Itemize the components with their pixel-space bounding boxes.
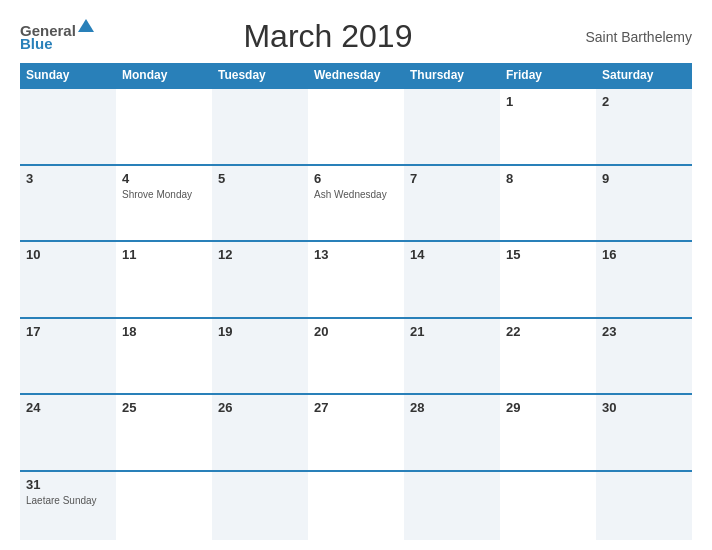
cell-date: 18: [122, 324, 206, 339]
cell-date: 25: [122, 400, 206, 415]
cell-date: 1: [506, 94, 590, 109]
week-row-5: 31Laetare Sunday: [20, 470, 692, 540]
cell-2-3: 13: [308, 242, 404, 317]
cell-0-2: [212, 89, 308, 164]
week-row-4: 24252627282930: [20, 393, 692, 470]
cell-5-5: [500, 472, 596, 540]
calendar-page: General Blue March 2019 Saint Barthelemy…: [0, 0, 712, 550]
cell-0-5: 1: [500, 89, 596, 164]
cell-3-3: 20: [308, 319, 404, 394]
cell-0-0: [20, 89, 116, 164]
calendar-title: March 2019: [94, 18, 562, 55]
cell-date: 6: [314, 171, 398, 186]
cell-4-6: 30: [596, 395, 692, 470]
cell-5-3: [308, 472, 404, 540]
cell-event: Ash Wednesday: [314, 188, 398, 201]
cell-3-4: 21: [404, 319, 500, 394]
cell-date: 2: [602, 94, 686, 109]
cell-4-5: 29: [500, 395, 596, 470]
cell-3-0: 17: [20, 319, 116, 394]
cell-1-4: 7: [404, 166, 500, 241]
cell-3-6: 23: [596, 319, 692, 394]
cell-date: 4: [122, 171, 206, 186]
cell-date: 19: [218, 324, 302, 339]
cell-event: Shrove Monday: [122, 188, 206, 201]
cell-date: 26: [218, 400, 302, 415]
cell-date: 29: [506, 400, 590, 415]
logo: General Blue: [20, 23, 94, 51]
cell-1-0: 3: [20, 166, 116, 241]
cell-date: 11: [122, 247, 206, 262]
cell-5-2: [212, 472, 308, 540]
logo-triangle-icon: [78, 19, 94, 32]
header-friday: Friday: [500, 63, 596, 87]
header-monday: Monday: [116, 63, 212, 87]
cell-2-0: 10: [20, 242, 116, 317]
region-label: Saint Barthelemy: [562, 29, 692, 45]
cell-date: 24: [26, 400, 110, 415]
week-row-1: 34Shrove Monday56Ash Wednesday789: [20, 164, 692, 241]
header-wednesday: Wednesday: [308, 63, 404, 87]
logo-blue-text: Blue: [20, 36, 53, 51]
cell-2-5: 15: [500, 242, 596, 317]
cell-date: 9: [602, 171, 686, 186]
cell-5-0: 31Laetare Sunday: [20, 472, 116, 540]
cell-2-2: 12: [212, 242, 308, 317]
cell-date: 20: [314, 324, 398, 339]
cell-1-5: 8: [500, 166, 596, 241]
calendar-header-row: Sunday Monday Tuesday Wednesday Thursday…: [20, 63, 692, 87]
cell-0-6: 2: [596, 89, 692, 164]
cell-4-2: 26: [212, 395, 308, 470]
cell-2-4: 14: [404, 242, 500, 317]
cell-date: 3: [26, 171, 110, 186]
calendar-body: 1234Shrove Monday56Ash Wednesday78910111…: [20, 87, 692, 540]
cell-3-1: 18: [116, 319, 212, 394]
header-saturday: Saturday: [596, 63, 692, 87]
cell-5-6: [596, 472, 692, 540]
week-row-2: 10111213141516: [20, 240, 692, 317]
cell-date: 13: [314, 247, 398, 262]
cell-0-3: [308, 89, 404, 164]
cell-date: 28: [410, 400, 494, 415]
cell-1-6: 9: [596, 166, 692, 241]
cell-date: 16: [602, 247, 686, 262]
cell-1-2: 5: [212, 166, 308, 241]
cell-4-0: 24: [20, 395, 116, 470]
cell-date: 27: [314, 400, 398, 415]
cell-0-4: [404, 89, 500, 164]
cell-4-1: 25: [116, 395, 212, 470]
cell-date: 10: [26, 247, 110, 262]
cell-4-3: 27: [308, 395, 404, 470]
cell-2-1: 11: [116, 242, 212, 317]
cell-5-1: [116, 472, 212, 540]
cell-date: 30: [602, 400, 686, 415]
cell-date: 15: [506, 247, 590, 262]
cell-date: 8: [506, 171, 590, 186]
cell-0-1: [116, 89, 212, 164]
week-row-3: 17181920212223: [20, 317, 692, 394]
header-tuesday: Tuesday: [212, 63, 308, 87]
cell-1-3: 6Ash Wednesday: [308, 166, 404, 241]
header-sunday: Sunday: [20, 63, 116, 87]
header: General Blue March 2019 Saint Barthelemy: [20, 18, 692, 55]
cell-date: 17: [26, 324, 110, 339]
cell-date: 23: [602, 324, 686, 339]
cell-5-4: [404, 472, 500, 540]
cell-3-2: 19: [212, 319, 308, 394]
cell-1-1: 4Shrove Monday: [116, 166, 212, 241]
cell-date: 5: [218, 171, 302, 186]
cell-event: Laetare Sunday: [26, 494, 110, 507]
header-thursday: Thursday: [404, 63, 500, 87]
cell-date: 31: [26, 477, 110, 492]
cell-date: 21: [410, 324, 494, 339]
calendar: Sunday Monday Tuesday Wednesday Thursday…: [20, 63, 692, 540]
cell-2-6: 16: [596, 242, 692, 317]
cell-4-4: 28: [404, 395, 500, 470]
cell-date: 7: [410, 171, 494, 186]
week-row-0: 12: [20, 87, 692, 164]
cell-date: 14: [410, 247, 494, 262]
cell-date: 12: [218, 247, 302, 262]
cell-date: 22: [506, 324, 590, 339]
cell-3-5: 22: [500, 319, 596, 394]
